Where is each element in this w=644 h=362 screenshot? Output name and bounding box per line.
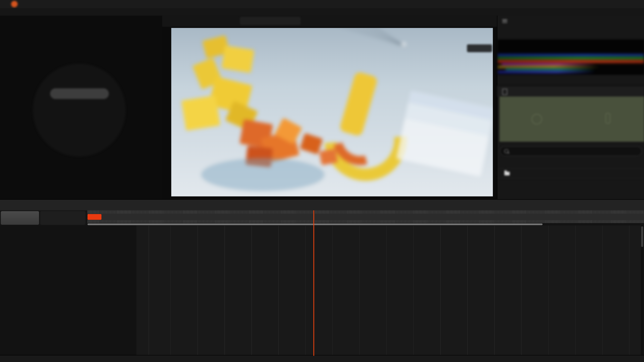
- search-input[interactable]: [500, 146, 642, 156]
- track-ranges: [88, 226, 136, 355]
- viewport-toolbar: [162, 16, 497, 27]
- scope-waveform-display: [498, 39, 644, 75]
- empty-state-circle: [33, 64, 126, 157]
- cursor-x-readout: [472, 203, 475, 207]
- window-controls: [610, 0, 643, 8]
- timeline-body: [0, 226, 644, 355]
- timeline-lanes: [136, 226, 644, 355]
- timeline-scroll-thumb[interactable]: [88, 224, 542, 225]
- timeline-toolbar: [0, 199, 644, 211]
- fps-limit-box[interactable]: [1, 211, 39, 225]
- scopes-panel: [497, 16, 644, 199]
- playhead-time-badge[interactable]: [88, 214, 101, 220]
- app-logo-icon: [11, 1, 18, 7]
- vertical-scroll-thumb[interactable]: [641, 226, 643, 247]
- rendered-3d-scene: [171, 28, 493, 196]
- panel-menu-icon[interactable]: [502, 19, 507, 23]
- viewport-view-toggles[interactable]: [467, 45, 492, 52]
- vertical-scrollbar[interactable]: [641, 226, 644, 355]
- notch-builder-window: ◀: [0, 0, 644, 362]
- timeline-header: ◀: [0, 210, 644, 226]
- playhead-line[interactable]: [314, 210, 314, 356]
- properties-empty-panel: [0, 16, 162, 199]
- light-sparkle: [401, 42, 406, 47]
- cursor-y-readout: [503, 203, 505, 207]
- time-ruler[interactable]: ◀: [88, 210, 644, 226]
- empty-state-skeleton: [50, 88, 109, 99]
- camera-select-dropdown[interactable]: [240, 17, 300, 25]
- new-folder-row[interactable]: [498, 168, 644, 178]
- folder-icon: [504, 172, 510, 175]
- main-area: [0, 16, 644, 199]
- title-bar: [0, 0, 644, 8]
- resource-preview[interactable]: [500, 97, 644, 142]
- search-icon: [504, 149, 508, 153]
- ruler-ticks-top: [88, 210, 644, 214]
- resource-browser-header: [498, 86, 644, 97]
- menu-bar: [0, 8, 644, 16]
- document-icon: [502, 89, 507, 95]
- sort-row: [498, 159, 644, 166]
- track-list: [0, 226, 88, 355]
- status-bar: [0, 355, 644, 362]
- resource-item-row[interactable]: [498, 179, 644, 194]
- timeline-scrollbar[interactable]: [88, 223, 644, 226]
- current-time-box[interactable]: [40, 211, 86, 225]
- render-viewport[interactable]: [171, 28, 493, 196]
